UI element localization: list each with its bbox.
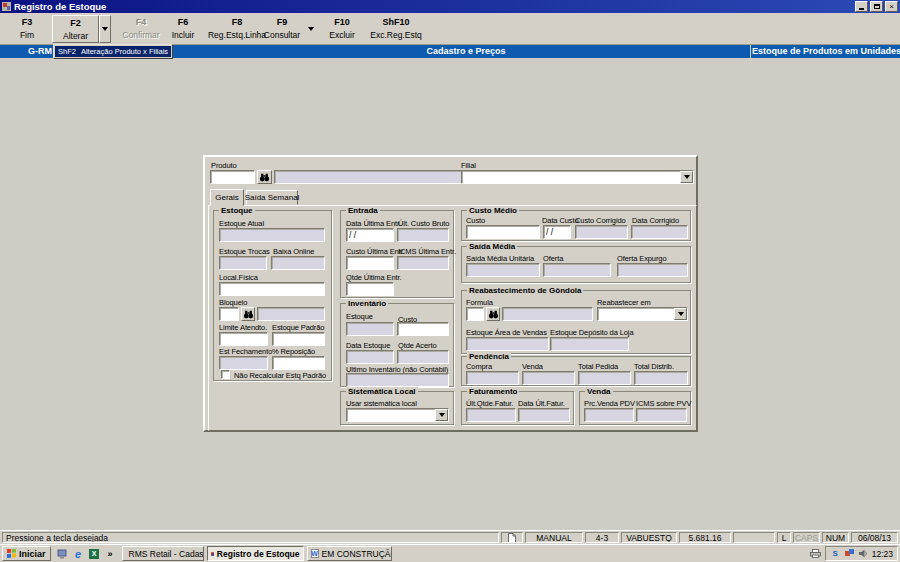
tray-network-icon[interactable]: S xyxy=(830,548,841,559)
toolbar-button-f4[interactable]: F4 Confirmar xyxy=(114,15,168,43)
ult-custo-bruto-label: Últ. Custo Bruto xyxy=(398,219,449,228)
oferta-field xyxy=(543,263,611,277)
custo-ultima-entr-input[interactable] xyxy=(346,256,394,270)
group-custo-medio: Custo Médio Custo Data Custo Custo Corri… xyxy=(461,210,691,241)
pendencia-venda-label: Venda xyxy=(522,362,543,371)
start-button[interactable]: Iniciar xyxy=(2,546,51,561)
quick-launch-bar: e X » xyxy=(54,547,119,560)
baixa-online-label: Baixa Online xyxy=(273,247,314,256)
estoque-trocas-field xyxy=(219,256,267,270)
maximize-button[interactable] xyxy=(870,1,883,12)
reabastecer-em-combobox[interactable] xyxy=(597,307,688,321)
est-fechamento-label: Est Fechamento xyxy=(219,347,272,356)
pct-reposicao-label: % Reposição xyxy=(272,347,315,356)
bloqueio-search-button[interactable] xyxy=(241,307,255,321)
estoque-deposito-loja-field xyxy=(550,337,629,351)
data-custo-input[interactable] xyxy=(543,225,571,239)
icms-sobre-pvv-label: ICMS sobre PVV xyxy=(636,399,691,408)
qtde-acerto-field xyxy=(397,350,449,364)
chevron-down-icon xyxy=(684,175,690,179)
formula-code-input[interactable] xyxy=(466,307,484,321)
group-saida-media: Saída Média Saída Média Unitária Oferta … xyxy=(461,246,691,283)
quick-launch-overflow-chevron[interactable]: » xyxy=(104,547,117,560)
data-ult-fatur-field xyxy=(518,408,570,422)
formula-search-button[interactable] xyxy=(486,307,500,321)
f9-dropdown-button[interactable] xyxy=(306,15,316,43)
minimize-button[interactable] xyxy=(855,1,868,12)
taskbar-button-registro-de-estoque[interactable]: Registro de Estoque xyxy=(207,546,304,561)
tray-agent-icon[interactable] xyxy=(844,548,855,559)
local-fisica-input[interactable] xyxy=(219,282,325,296)
status-mode: MANUAL xyxy=(525,532,583,543)
produto-code-input[interactable] xyxy=(210,170,255,184)
group-venda: Venda Prc.Venda PDV ICMS sobre PVV xyxy=(579,391,691,425)
rms-app-icon xyxy=(211,550,214,558)
baixa-online-field xyxy=(271,256,325,270)
system-tray: S 12:23 xyxy=(810,546,898,561)
maximize-icon xyxy=(874,4,880,9)
toolbar-button-f10[interactable]: F10 Excluir xyxy=(320,15,364,43)
group-sistematica-local: Sistemática Local Usar sistemática local xyxy=(340,391,454,425)
f2-dropdown-button[interactable] xyxy=(99,15,111,43)
close-button[interactable]: × xyxy=(885,1,898,12)
windows-taskbar: Iniciar e X » RMS Retail - Cadastro / ..… xyxy=(0,544,900,562)
toolbar-button-shf10[interactable]: ShF10 Exc.Reg.Estq xyxy=(364,15,428,43)
tab-gerais[interactable]: Gerais xyxy=(210,189,244,206)
produto-description-field xyxy=(274,170,464,184)
pendencia-venda-field xyxy=(522,371,575,385)
menu-item-label: Alteração Produto x Filiais xyxy=(81,47,168,56)
nao-recalcular-checkbox[interactable] xyxy=(221,370,230,379)
printer-icon[interactable] xyxy=(810,548,821,559)
document-icon xyxy=(508,533,516,543)
filial-dropdown-button[interactable] xyxy=(680,171,693,183)
toolbar-button-f3[interactable]: F3 Fim xyxy=(4,15,50,43)
pct-reposicao-input[interactable] xyxy=(272,356,325,370)
excel-icon[interactable]: X xyxy=(88,547,101,560)
windows-logo-icon xyxy=(7,549,16,558)
est-fechamento-field xyxy=(219,356,268,370)
taskbar-clock[interactable]: 12:23 xyxy=(872,549,893,559)
oferta-expurgo-label: Oferta Expurgo xyxy=(617,254,666,263)
reabastecer-dropdown-button[interactable] xyxy=(674,308,687,320)
filial-combobox[interactable] xyxy=(461,170,694,184)
taskbar-button-rms-retail[interactable]: RMS Retail - Cadastro / ... xyxy=(122,546,204,561)
chevron-down-icon xyxy=(102,27,108,31)
show-desktop-icon[interactable] xyxy=(56,547,69,560)
data-ultima-entr-input[interactable] xyxy=(346,228,394,242)
chevron-down-icon xyxy=(678,312,684,316)
inventario-custo-input[interactable] xyxy=(397,322,449,336)
internet-explorer-icon[interactable]: e xyxy=(72,547,85,560)
toolbar-button-f9[interactable]: F9 Consultar xyxy=(259,15,305,43)
sistematica-dropdown-button[interactable] xyxy=(435,409,448,421)
total-distrib-label: Total Distrib. xyxy=(634,362,674,371)
sistematica-combobox[interactable] xyxy=(346,408,449,422)
bloqueio-code-input[interactable] xyxy=(219,307,239,321)
limite-atendto-label: Limite Atendto. xyxy=(219,323,267,332)
data-ult-fatur-label: Data Últ.Fatur. xyxy=(518,399,565,408)
group-reabastecimento: Reabastecimento de Gôndola Formula Reaba… xyxy=(461,290,691,354)
registro-estoque-form-panel: Produto Filial Gerais Saída Semanal Esto… xyxy=(203,155,698,432)
estoque-deposito-loja-label: Estoque Depósito da Loja xyxy=(550,328,634,337)
produto-search-button[interactable] xyxy=(257,170,272,184)
title-bar: Registro de Estoque × xyxy=(0,0,900,13)
estoque-atual-label: Estoque Atual xyxy=(219,219,264,228)
tab-saida-semanal[interactable]: Saída Semanal xyxy=(246,190,298,205)
taskbar-button-em-construcao[interactable]: W EM CONSTRUÇÃO_RMS ... xyxy=(307,546,392,561)
status-caps-indicator: CAPS xyxy=(793,532,820,543)
header-center-text: Cadastro e Preços xyxy=(380,46,552,56)
ult-qtde-fatur-label: Últ.Qtde.Fatur. xyxy=(466,399,513,408)
toolbar-button-f2[interactable]: F2 Alterar xyxy=(52,15,99,43)
prc-venda-pdv-label: Prc.Venda PDV xyxy=(584,399,635,408)
limite-atendto-input[interactable] xyxy=(219,332,268,346)
custo-input[interactable] xyxy=(466,225,540,239)
toolbar-button-f6[interactable]: F6 Incluir xyxy=(162,15,204,43)
data-custo-label: Data Custo xyxy=(542,216,579,225)
ult-custo-bruto-field xyxy=(397,228,449,242)
pendencia-compra-label: Compra xyxy=(466,362,492,371)
menu-item-alteracao-produto-filiais[interactable]: ShF2 Alteração Produto x Filiais xyxy=(55,46,171,57)
group-title: Estoque xyxy=(219,206,255,215)
tray-volume-icon[interactable] xyxy=(858,548,869,559)
formula-label: Formula xyxy=(466,298,493,307)
estoque-padrao-input[interactable] xyxy=(272,332,325,346)
qtde-ultima-entr-input[interactable] xyxy=(346,282,394,296)
